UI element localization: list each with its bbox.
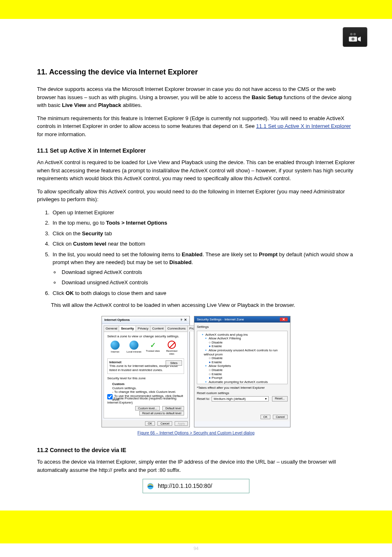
step-2: In the top menu, go to Tools > Internet … xyxy=(51,219,355,227)
step-4: Click on Custom level near the bottom xyxy=(51,240,355,248)
s111-after: This will allow the ActiveX control to b… xyxy=(51,301,355,309)
figure-caption: Figure 66 – Internet Options > Security … xyxy=(37,430,355,436)
page-content: 11. Accessing the device via Internet Ex… xyxy=(0,47,392,501)
io-apply-button[interactable]: Apply xyxy=(175,421,188,426)
security-settings-dialog: Security Settings - Internet Zone✕ Setti… xyxy=(194,316,291,428)
step-1: Open up Internet Explorer xyxy=(51,209,355,217)
heading-11-2: 11.2 Connect to the device via IE xyxy=(37,446,355,455)
settings-list[interactable]: 🔹 ActiveX controls and plug-ins 🔹 Allow … xyxy=(197,331,288,384)
epm-checkbox[interactable] xyxy=(107,394,113,399)
check-icon: ✓ xyxy=(145,341,161,350)
subitem-2: Download unsigned ActiveX controls xyxy=(60,278,355,287)
io-cancel-button[interactable]: Cancel xyxy=(157,421,172,426)
intro-p1: The device supports access via the Micro… xyxy=(37,85,355,109)
footer-banner xyxy=(0,511,392,543)
step-3: Click on the Security tab xyxy=(51,230,355,238)
globe-icon xyxy=(111,341,120,350)
page-title: 11. Accessing the device via Internet Ex… xyxy=(37,67,355,78)
svg-point-1 xyxy=(353,33,356,35)
reset-zones-button[interactable]: Reset all zones to default level xyxy=(139,411,184,415)
subitem-1: Download signed ActiveX controls xyxy=(60,268,355,276)
reset-button[interactable]: Reset... xyxy=(272,396,288,401)
svg-rect-5 xyxy=(148,486,153,487)
custom-level-button[interactable]: Custom level... xyxy=(135,406,160,411)
globe-icon xyxy=(129,341,138,350)
header-row xyxy=(0,19,392,47)
camera-icon xyxy=(343,27,367,47)
svg-point-0 xyxy=(350,33,353,35)
link-11-1[interactable]: 11.1 Set up Active X in Internet Explore… xyxy=(256,123,351,129)
s112-p1: To access the device via Internet Explor… xyxy=(37,458,355,474)
tab-general[interactable]: General xyxy=(104,325,119,332)
tab-connections[interactable]: Connections xyxy=(165,325,187,332)
figure-row: Internet Options? ✕ General Security Pri… xyxy=(37,316,355,428)
ss-cancel-button[interactable]: Cancel xyxy=(273,415,288,419)
top-banner xyxy=(0,0,392,19)
tab-privacy[interactable]: Privacy xyxy=(136,325,150,332)
close-icon[interactable]: ✕ xyxy=(280,318,288,322)
heading-11-1: 11.1 Set up Active X in Internet Explore… xyxy=(37,146,355,155)
step-6: Click OK to both dialogs to close them a… xyxy=(51,289,355,297)
url-text: http://10.1.10.150:80/ xyxy=(158,482,212,490)
steps-list: Open up Internet Explorer In the top men… xyxy=(51,209,355,297)
intro-p2: The minimum requirements for this featur… xyxy=(37,114,355,139)
chevron-down-icon: ▾ xyxy=(265,397,267,401)
svg-point-3 xyxy=(352,38,355,41)
tab-content[interactable]: Content xyxy=(150,325,166,332)
sites-button[interactable]: Sites xyxy=(166,360,182,366)
default-level-button[interactable]: Default level xyxy=(162,406,184,411)
io-ok-button[interactable]: OK xyxy=(145,421,155,426)
s111-p2: To allow specifically allow this ActiveX… xyxy=(37,188,355,204)
ban-icon xyxy=(168,341,176,349)
reset-select[interactable]: Medium-high (default)▾ xyxy=(212,396,269,402)
internet-options-dialog: Internet Options? ✕ General Security Pri… xyxy=(101,316,190,428)
page-number: 94 xyxy=(0,545,392,552)
tab-security[interactable]: Security xyxy=(119,325,136,332)
step-5: In the list, you would need to set the f… xyxy=(51,251,355,287)
dialog-help-close: ? ✕ xyxy=(180,318,187,322)
ie-icon xyxy=(146,482,154,490)
s111-p1: An ActiveX control is required to be loa… xyxy=(37,158,355,183)
ss-ok-button[interactable]: OK xyxy=(261,415,270,419)
url-bar: http://10.1.10.150:80/ xyxy=(143,479,249,493)
